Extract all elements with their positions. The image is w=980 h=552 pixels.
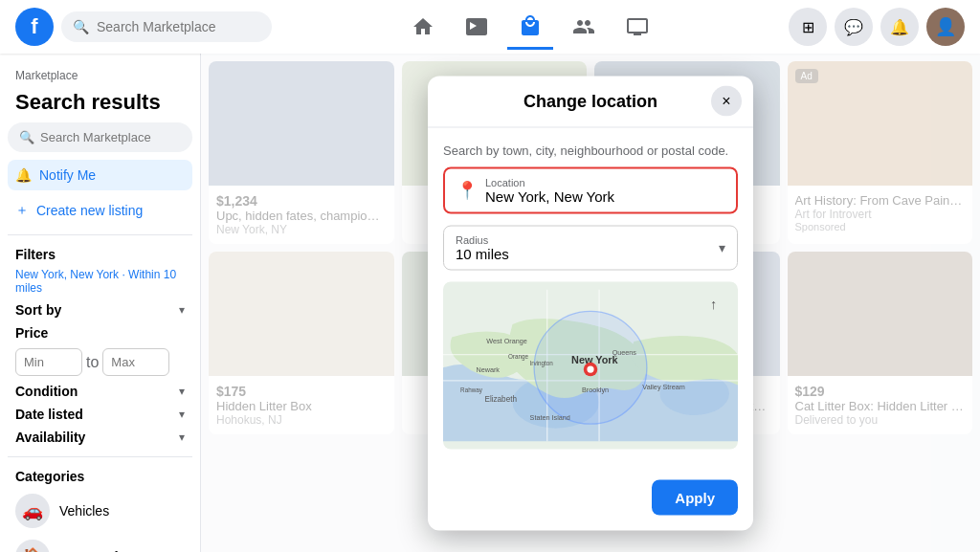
location-display[interactable]: New York, New York · Within 10 miles [8, 266, 192, 298]
nav-bell-btn[interactable]: 🔔 [880, 8, 919, 46]
svg-text:Elizabeth: Elizabeth [484, 395, 517, 404]
search-icon: 🔍 [19, 130, 34, 144]
sidebar-search-input[interactable] [40, 130, 181, 144]
svg-text:Queens: Queens [612, 347, 637, 356]
nav-video-btn[interactable] [454, 4, 500, 50]
category-icon: 🏠 [15, 540, 50, 552]
svg-text:West Orange: West Orange [486, 336, 527, 344]
nav-marketplace-btn[interactable] [507, 4, 553, 50]
price-max-input[interactable] [102, 348, 169, 376]
location-input-inner: Location New York, New York [485, 176, 724, 204]
svg-text:Staten Island: Staten Island [530, 412, 570, 421]
nav-grid-btn[interactable]: ⊞ [789, 8, 827, 46]
modal-body: Search by town, city, neighbourhood or p… [428, 127, 753, 479]
page-wrapper: Marketplace Search results 🔍 🔔 Notify Me… [0, 0, 980, 552]
map-svg: ↑ West Orange Orange Newark Irvington Ne… [443, 281, 738, 449]
radius-dropdown[interactable]: Radius 10 miles ▾ [443, 225, 738, 270]
modal-footer: Apply [428, 479, 753, 530]
svg-text:Newark: Newark [476, 364, 500, 373]
chevron-down-icon-4: ▾ [179, 431, 185, 444]
sort-by-row[interactable]: Sort by ▾ [8, 298, 192, 321]
chevron-down-icon-2: ▾ [179, 385, 185, 398]
svg-point-21 [587, 365, 593, 372]
nav-groups-btn[interactable] [561, 4, 607, 50]
sidebar-category-item[interactable]: 🚗 Vehicles [8, 488, 192, 534]
price-min-input[interactable] [15, 348, 82, 376]
search-icon: 🔍 [73, 19, 89, 34]
divider-2 [8, 456, 192, 457]
filters-label: Filters [8, 243, 192, 266]
plus-icon: ＋ [15, 202, 29, 219]
category-icon: 🚗 [15, 494, 50, 528]
categories-list: 🚗 Vehicles 🏠 Property for rent 📋 Classif… [8, 488, 192, 552]
svg-text:Rahway: Rahway [460, 386, 483, 393]
map-container: ↑ West Orange Orange Newark Irvington Ne… [443, 281, 738, 449]
svg-text:Orange: Orange [508, 353, 529, 361]
nav-center-icons [272, 4, 789, 50]
radius-label: Radius [456, 233, 509, 245]
modal-hint: Search by town, city, neighbourhood or p… [443, 143, 738, 157]
radius-value: 10 miles [456, 245, 509, 261]
nav-tv-btn[interactable] [614, 4, 660, 50]
change-location-modal: Change location × Search by town, city, … [428, 76, 753, 530]
svg-text:Valley Stream: Valley Stream [642, 382, 685, 390]
chevron-down-icon-radius: ▾ [719, 240, 725, 255]
bell-icon: 🔔 [15, 167, 32, 183]
location-input-wrap[interactable]: 📍 Location New York, New York [443, 166, 738, 213]
nav-messenger-btn[interactable]: 💬 [835, 8, 873, 46]
categories-label: Categories [8, 465, 192, 488]
divider-1 [8, 234, 192, 235]
location-field-value: New York, New York [485, 188, 724, 204]
modal-header: Change location × [428, 76, 753, 127]
chevron-down-icon: ▾ [179, 303, 185, 317]
sidebar-category-item[interactable]: 🏠 Property for rent [8, 534, 192, 552]
sidebar-search-bar[interactable]: 🔍 [8, 122, 192, 152]
price-separator: to [86, 354, 99, 371]
svg-text:Brooklyn: Brooklyn [582, 385, 609, 393]
facebook-logo[interactable]: f [15, 8, 54, 46]
nav-search-bar[interactable]: 🔍 [61, 11, 272, 42]
condition-label: Condition [15, 384, 78, 399]
chevron-down-icon-3: ▾ [179, 408, 185, 421]
date-listed-row[interactable]: Date listed ▾ [8, 403, 192, 426]
top-nav: f 🔍 ⊞ 💬 🔔 👤 [0, 0, 980, 54]
svg-text:↑: ↑ [710, 296, 717, 311]
condition-row[interactable]: Condition ▾ [8, 380, 192, 403]
availability-row[interactable]: Availability ▾ [8, 426, 192, 449]
nav-home-btn[interactable] [400, 4, 446, 50]
price-label-row: Price [8, 321, 192, 344]
radius-inner: Radius 10 miles [456, 233, 509, 261]
main-content: $1,234 Upc, hidden fates, champion path,… [201, 54, 980, 552]
apply-btn[interactable]: Apply [652, 479, 738, 515]
category-label: Vehicles [59, 503, 109, 519]
price-label: Price [15, 325, 48, 341]
page-title: Search results [8, 86, 192, 122]
nav-avatar-btn[interactable]: 👤 [926, 8, 965, 46]
nav-search-input[interactable] [97, 19, 260, 34]
price-range-row: to [8, 344, 192, 380]
location-field-label: Location [485, 176, 724, 188]
date-listed-label: Date listed [15, 407, 83, 422]
notify-me-btn[interactable]: 🔔 Notify Me [8, 160, 192, 190]
modal-close-btn[interactable]: × [711, 86, 742, 117]
svg-text:Irvington: Irvington [530, 360, 554, 367]
modal-title: Change location [523, 91, 657, 111]
sidebar: Marketplace Search results 🔍 🔔 Notify Me… [0, 54, 201, 552]
nav-right-icons: ⊞ 💬 🔔 👤 [789, 8, 965, 46]
breadcrumb: Marketplace [8, 65, 192, 86]
availability-label: Availability [15, 430, 85, 445]
create-listing-btn[interactable]: ＋ Create new listing [8, 194, 192, 227]
sort-by-label: Sort by [15, 302, 61, 318]
location-pin-icon: 📍 [457, 180, 478, 201]
